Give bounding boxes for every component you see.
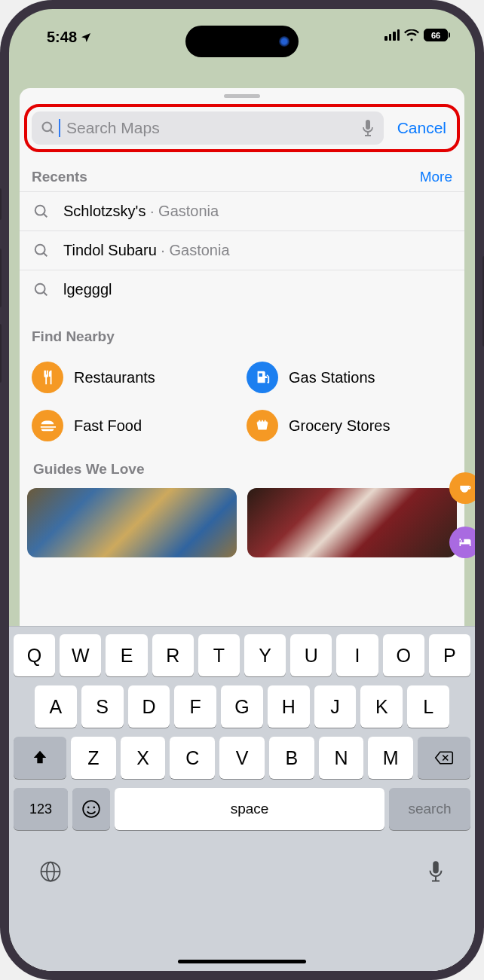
key-y[interactable]: Y	[244, 634, 286, 676]
guide-card[interactable]	[247, 488, 457, 557]
key-u[interactable]: U	[290, 634, 332, 676]
emoji-key[interactable]	[72, 788, 110, 830]
cellular-signal-icon	[384, 29, 400, 41]
recent-sub: · Gastonia	[157, 242, 230, 258]
nearby-restaurants[interactable]: Restaurants	[27, 362, 242, 393]
nearby-label: Gas Stations	[289, 369, 375, 386]
svg-point-9	[35, 283, 45, 293]
gas-icon	[247, 362, 278, 393]
nearby-header: Find Nearby	[20, 309, 464, 351]
status-time: 5:48	[47, 29, 77, 46]
nearby-fastfood[interactable]: Fast Food	[27, 410, 242, 441]
guides-header: Guides We Love	[27, 455, 457, 488]
key-o[interactable]: O	[383, 634, 424, 676]
sheet-grabber[interactable]	[224, 94, 260, 98]
key-j[interactable]: J	[314, 685, 357, 728]
text-cursor	[59, 119, 60, 137]
recents-header: Recents More	[20, 160, 464, 191]
svg-line-8	[44, 252, 47, 256]
key-w[interactable]: W	[60, 634, 101, 676]
shift-key[interactable]	[14, 737, 66, 779]
key-z[interactable]: Z	[71, 737, 116, 779]
key-r[interactable]: R	[152, 634, 194, 676]
backspace-key[interactable]	[418, 737, 470, 779]
key-h[interactable]: H	[268, 685, 310, 728]
search-icon	[33, 243, 50, 259]
svg-point-5	[35, 205, 45, 215]
svg-rect-19	[433, 861, 439, 873]
battery-icon: 66	[424, 29, 448, 41]
svg-line-6	[44, 213, 47, 217]
nearby-categories: Restaurants Fast Food Gas Stations Groce…	[20, 351, 464, 455]
key-b[interactable]: B	[269, 737, 314, 779]
svg-point-0	[43, 123, 52, 132]
recent-item[interactable]: Tindol Subaru · Gastonia	[20, 230, 464, 270]
nearby-gas[interactable]: Gas Stations	[242, 362, 457, 393]
key-i[interactable]: I	[336, 634, 378, 676]
nearby-title: Find Nearby	[32, 328, 115, 345]
dynamic-island	[185, 26, 299, 57]
volume-down-button	[0, 324, 2, 383]
dictation-key[interactable]	[427, 860, 445, 886]
nearby-label: Restaurants	[74, 369, 155, 386]
recent-sub: · Gastonia	[146, 203, 219, 219]
restaurant-icon	[32, 362, 63, 393]
search-input[interactable]	[66, 119, 355, 137]
nearby-label: Fast Food	[74, 417, 142, 435]
svg-point-7	[35, 244, 45, 254]
key-e[interactable]: E	[106, 634, 147, 676]
nearby-grocery[interactable]: Grocery Stores	[242, 410, 457, 441]
recent-item[interactable]: Schlotzsky's · Gastonia	[20, 191, 464, 230]
nearby-label: Grocery Stores	[289, 417, 390, 435]
space-key[interactable]: space	[115, 788, 384, 830]
search-icon	[41, 121, 56, 136]
globe-key[interactable]	[39, 860, 62, 886]
screen: 5:48 66	[9, 9, 475, 971]
keyboard: QWERTYUIOP ASDFGHJKL ZXCVBNM 123 space s…	[9, 626, 475, 971]
key-x[interactable]: X	[121, 737, 166, 779]
key-v[interactable]: V	[219, 737, 265, 779]
svg-line-1	[51, 130, 54, 133]
recent-title: Tindol Subaru	[63, 242, 157, 258]
home-indicator[interactable]	[178, 960, 306, 963]
recent-item[interactable]: lgegggl	[20, 270, 464, 309]
phone-frame: 5:48 66	[0, 0, 484, 980]
svg-line-10	[44, 292, 47, 295]
key-s[interactable]: S	[81, 685, 124, 728]
search-field-container[interactable]	[32, 111, 384, 145]
search-icon	[33, 203, 50, 220]
nearby-overflow	[449, 472, 475, 558]
grocery-icon	[247, 410, 278, 441]
camera-lens-icon	[279, 36, 289, 47]
coffee-icon[interactable]	[449, 472, 475, 504]
key-k[interactable]: K	[360, 685, 403, 728]
key-d[interactable]: D	[128, 685, 170, 728]
key-q[interactable]: Q	[14, 634, 55, 676]
search-key[interactable]: search	[389, 788, 470, 830]
numbers-key[interactable]: 123	[14, 788, 68, 830]
key-l[interactable]: L	[407, 685, 449, 728]
key-t[interactable]: T	[198, 634, 240, 676]
recent-title: lgegggl	[63, 281, 112, 298]
recents-more-button[interactable]: More	[420, 169, 452, 185]
cancel-button[interactable]: Cancel	[391, 114, 452, 142]
key-a[interactable]: A	[35, 685, 77, 728]
volume-up-button	[0, 249, 2, 307]
key-n[interactable]: N	[319, 737, 364, 779]
guide-card[interactable]	[27, 488, 237, 557]
fastfood-icon	[32, 410, 63, 441]
key-m[interactable]: M	[368, 737, 413, 779]
key-f[interactable]: F	[174, 685, 216, 728]
search-bar-annotation: Cancel	[24, 104, 460, 152]
key-g[interactable]: G	[221, 685, 263, 728]
guides-section: Guides We Love	[20, 455, 464, 565]
recents-title: Recents	[32, 169, 87, 185]
svg-point-14	[87, 807, 90, 809]
key-c[interactable]: C	[170, 737, 215, 779]
mute-switch	[0, 188, 2, 220]
wifi-icon	[404, 29, 419, 41]
dictation-icon[interactable]	[361, 119, 375, 137]
key-p[interactable]: P	[429, 634, 470, 676]
hotel-icon[interactable]	[449, 527, 475, 558]
svg-rect-2	[366, 120, 370, 130]
